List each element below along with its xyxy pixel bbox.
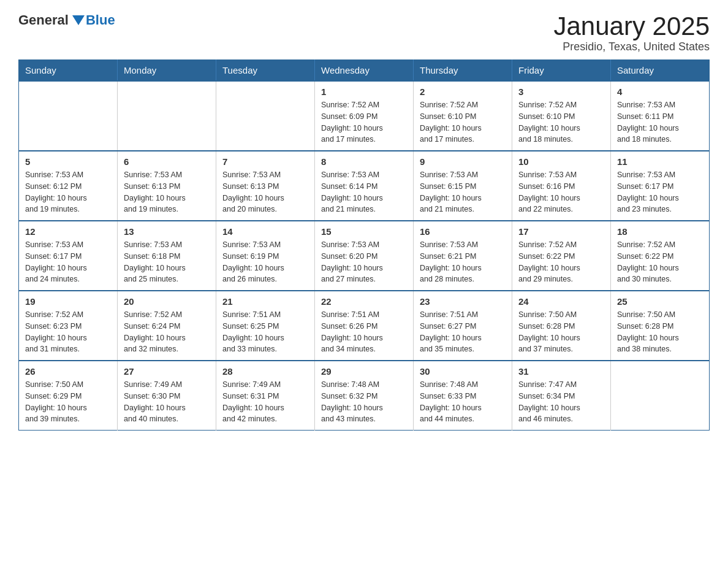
calendar-cell: 5Sunrise: 7:53 AM Sunset: 6:12 PM Daylig… <box>19 151 118 221</box>
day-info: Sunrise: 7:53 AM Sunset: 6:17 PM Dayligh… <box>617 169 703 215</box>
calendar-body: 1Sunrise: 7:52 AM Sunset: 6:09 PM Daylig… <box>19 81 710 431</box>
day-info: Sunrise: 7:53 AM Sunset: 6:16 PM Dayligh… <box>518 169 604 215</box>
calendar-cell: 4Sunrise: 7:53 AM Sunset: 6:11 PM Daylig… <box>611 81 710 151</box>
day-info: Sunrise: 7:53 AM Sunset: 6:13 PM Dayligh… <box>124 169 210 215</box>
calendar-cell: 25Sunrise: 7:50 AM Sunset: 6:28 PM Dayli… <box>611 291 710 361</box>
page-title: January 2025 <box>553 12 710 40</box>
calendar-cell: 31Sunrise: 7:47 AM Sunset: 6:34 PM Dayli… <box>512 361 611 431</box>
day-number: 11 <box>617 156 703 167</box>
calendar-week-row: 19Sunrise: 7:52 AM Sunset: 6:23 PM Dayli… <box>19 291 710 361</box>
calendar-cell: 16Sunrise: 7:53 AM Sunset: 6:21 PM Dayli… <box>414 221 512 291</box>
day-info: Sunrise: 7:53 AM Sunset: 6:21 PM Dayligh… <box>420 239 506 285</box>
calendar-cell: 27Sunrise: 7:49 AM Sunset: 6:30 PM Dayli… <box>118 361 216 431</box>
calendar-cell: 3Sunrise: 7:52 AM Sunset: 6:10 PM Daylig… <box>512 81 611 151</box>
day-info: Sunrise: 7:53 AM Sunset: 6:19 PM Dayligh… <box>222 239 308 285</box>
svg-marker-0 <box>72 15 85 25</box>
day-number: 12 <box>25 226 111 237</box>
calendar-week-row: 26Sunrise: 7:50 AM Sunset: 6:29 PM Dayli… <box>19 361 710 431</box>
calendar-cell: 22Sunrise: 7:51 AM Sunset: 6:26 PM Dayli… <box>315 291 414 361</box>
day-info: Sunrise: 7:51 AM Sunset: 6:27 PM Dayligh… <box>420 309 506 355</box>
day-info: Sunrise: 7:53 AM Sunset: 6:12 PM Dayligh… <box>25 169 111 215</box>
calendar-cell: 20Sunrise: 7:52 AM Sunset: 6:24 PM Dayli… <box>118 291 216 361</box>
calendar-cell: 14Sunrise: 7:53 AM Sunset: 6:19 PM Dayli… <box>216 221 315 291</box>
day-number: 20 <box>124 296 210 307</box>
day-info: Sunrise: 7:50 AM Sunset: 6:28 PM Dayligh… <box>518 309 604 355</box>
calendar-cell: 23Sunrise: 7:51 AM Sunset: 6:27 PM Dayli… <box>414 291 512 361</box>
day-number: 6 <box>124 156 210 167</box>
day-info: Sunrise: 7:53 AM Sunset: 6:17 PM Dayligh… <box>25 239 111 285</box>
day-info: Sunrise: 7:53 AM Sunset: 6:14 PM Dayligh… <box>321 169 407 215</box>
day-number: 29 <box>321 366 407 377</box>
day-number: 10 <box>518 156 604 167</box>
day-info: Sunrise: 7:52 AM Sunset: 6:10 PM Dayligh… <box>518 99 604 145</box>
logo-blue: Blue <box>86 12 115 28</box>
calendar-cell: 28Sunrise: 7:49 AM Sunset: 6:31 PM Dayli… <box>216 361 315 431</box>
calendar-cell: 9Sunrise: 7:53 AM Sunset: 6:15 PM Daylig… <box>414 151 512 221</box>
calendar-table: SundayMondayTuesdayWednesdayThursdayFrid… <box>18 59 710 431</box>
day-of-week-header: Monday <box>118 60 216 82</box>
day-number: 7 <box>222 156 308 167</box>
day-info: Sunrise: 7:48 AM Sunset: 6:33 PM Dayligh… <box>420 379 506 425</box>
calendar-cell <box>118 81 216 151</box>
day-number: 25 <box>617 296 703 307</box>
calendar-cell: 12Sunrise: 7:53 AM Sunset: 6:17 PM Dayli… <box>19 221 118 291</box>
day-number: 21 <box>222 296 308 307</box>
day-number: 18 <box>617 226 703 237</box>
calendar-cell: 30Sunrise: 7:48 AM Sunset: 6:33 PM Dayli… <box>414 361 512 431</box>
day-info: Sunrise: 7:52 AM Sunset: 6:23 PM Dayligh… <box>25 309 111 355</box>
day-number: 22 <box>321 296 407 307</box>
day-info: Sunrise: 7:53 AM Sunset: 6:13 PM Dayligh… <box>222 169 308 215</box>
logo-general: General <box>18 12 69 28</box>
day-info: Sunrise: 7:50 AM Sunset: 6:29 PM Dayligh… <box>25 379 111 425</box>
calendar-cell: 10Sunrise: 7:53 AM Sunset: 6:16 PM Dayli… <box>512 151 611 221</box>
title-block: January 2025 Presidio, Texas, United Sta… <box>553 12 710 53</box>
calendar-cell: 11Sunrise: 7:53 AM Sunset: 6:17 PM Dayli… <box>611 151 710 221</box>
day-info: Sunrise: 7:52 AM Sunset: 6:22 PM Dayligh… <box>617 239 703 285</box>
day-info: Sunrise: 7:52 AM Sunset: 6:09 PM Dayligh… <box>321 99 407 145</box>
calendar-cell <box>611 361 710 431</box>
calendar-cell: 29Sunrise: 7:48 AM Sunset: 6:32 PM Dayli… <box>315 361 414 431</box>
day-number: 30 <box>420 366 506 377</box>
calendar-week-row: 1Sunrise: 7:52 AM Sunset: 6:09 PM Daylig… <box>19 81 710 151</box>
day-number: 13 <box>124 226 210 237</box>
day-number: 2 <box>420 86 506 97</box>
calendar-cell: 21Sunrise: 7:51 AM Sunset: 6:25 PM Dayli… <box>216 291 315 361</box>
day-info: Sunrise: 7:52 AM Sunset: 6:10 PM Dayligh… <box>420 99 506 145</box>
day-header-row: SundayMondayTuesdayWednesdayThursdayFrid… <box>19 60 710 82</box>
calendar-cell: 7Sunrise: 7:53 AM Sunset: 6:13 PM Daylig… <box>216 151 315 221</box>
page-header: General Blue January 2025 Presidio, Texa… <box>18 12 710 53</box>
day-info: Sunrise: 7:53 AM Sunset: 6:20 PM Dayligh… <box>321 239 407 285</box>
calendar-cell <box>19 81 118 151</box>
logo: General Blue <box>18 12 115 28</box>
calendar-cell: 13Sunrise: 7:53 AM Sunset: 6:18 PM Dayli… <box>118 221 216 291</box>
calendar-cell: 26Sunrise: 7:50 AM Sunset: 6:29 PM Dayli… <box>19 361 118 431</box>
day-number: 3 <box>518 86 604 97</box>
day-info: Sunrise: 7:53 AM Sunset: 6:15 PM Dayligh… <box>420 169 506 215</box>
day-number: 24 <box>518 296 604 307</box>
day-number: 5 <box>25 156 111 167</box>
day-of-week-header: Tuesday <box>216 60 315 82</box>
day-info: Sunrise: 7:53 AM Sunset: 6:11 PM Dayligh… <box>617 99 703 145</box>
day-number: 16 <box>420 226 506 237</box>
day-info: Sunrise: 7:50 AM Sunset: 6:28 PM Dayligh… <box>617 309 703 355</box>
day-info: Sunrise: 7:48 AM Sunset: 6:32 PM Dayligh… <box>321 379 407 425</box>
calendar-cell: 24Sunrise: 7:50 AM Sunset: 6:28 PM Dayli… <box>512 291 611 361</box>
day-of-week-header: Sunday <box>19 60 118 82</box>
calendar-cell: 19Sunrise: 7:52 AM Sunset: 6:23 PM Dayli… <box>19 291 118 361</box>
calendar-cell: 2Sunrise: 7:52 AM Sunset: 6:10 PM Daylig… <box>414 81 512 151</box>
day-number: 1 <box>321 86 407 97</box>
day-info: Sunrise: 7:52 AM Sunset: 6:22 PM Dayligh… <box>518 239 604 285</box>
day-number: 14 <box>222 226 308 237</box>
calendar-cell: 8Sunrise: 7:53 AM Sunset: 6:14 PM Daylig… <box>315 151 414 221</box>
day-number: 4 <box>617 86 703 97</box>
calendar-cell: 1Sunrise: 7:52 AM Sunset: 6:09 PM Daylig… <box>315 81 414 151</box>
day-info: Sunrise: 7:47 AM Sunset: 6:34 PM Dayligh… <box>518 379 604 425</box>
day-of-week-header: Wednesday <box>315 60 414 82</box>
calendar-week-row: 12Sunrise: 7:53 AM Sunset: 6:17 PM Dayli… <box>19 221 710 291</box>
day-info: Sunrise: 7:52 AM Sunset: 6:24 PM Dayligh… <box>124 309 210 355</box>
day-number: 26 <box>25 366 111 377</box>
calendar-cell: 6Sunrise: 7:53 AM Sunset: 6:13 PM Daylig… <box>118 151 216 221</box>
day-number: 15 <box>321 226 407 237</box>
calendar-week-row: 5Sunrise: 7:53 AM Sunset: 6:12 PM Daylig… <box>19 151 710 221</box>
day-info: Sunrise: 7:49 AM Sunset: 6:31 PM Dayligh… <box>222 379 308 425</box>
